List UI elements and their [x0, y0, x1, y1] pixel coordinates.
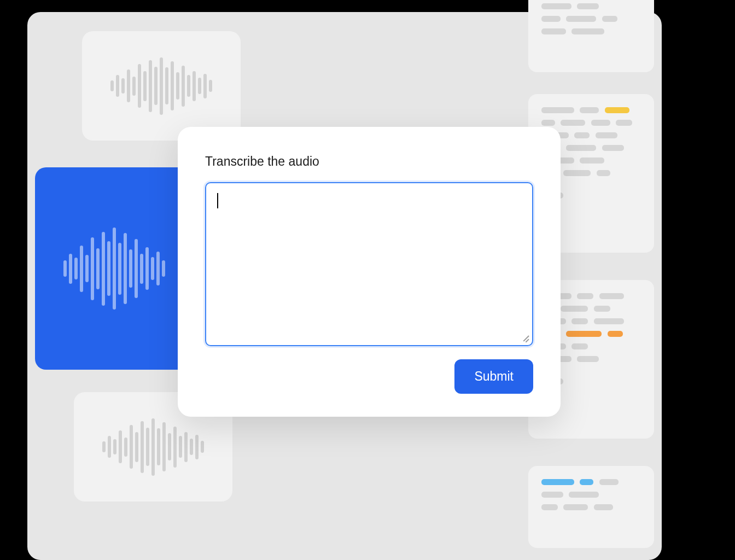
waveform-icon: [110, 57, 212, 115]
background-canvas: Transcribe the audio Submit: [27, 12, 662, 560]
audio-card: [82, 31, 241, 141]
transcription-input[interactable]: [205, 182, 533, 346]
resize-handle-icon[interactable]: [521, 334, 529, 342]
transcribe-modal: Transcribe the audio Submit: [178, 127, 561, 417]
text-cursor-icon: [217, 193, 218, 208]
waveform-icon: [63, 228, 165, 310]
document-card: [528, 466, 654, 548]
waveform-icon: [102, 418, 204, 476]
document-card: [528, 0, 654, 72]
submit-button[interactable]: Submit: [454, 359, 533, 394]
audio-card-active: [35, 167, 194, 370]
modal-title: Transcribe the audio: [205, 154, 533, 169]
